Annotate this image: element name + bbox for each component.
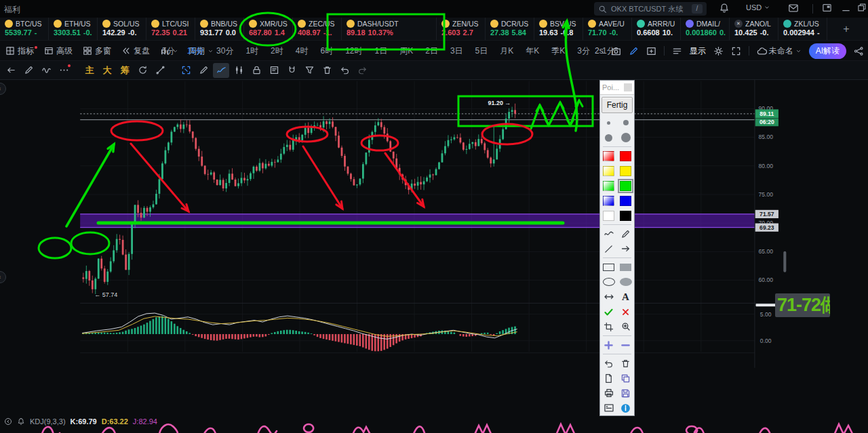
palette-color-green[interactable] — [617, 178, 634, 193]
palette-info-tool[interactable] — [617, 400, 634, 415]
ticker-item-bsv-us[interactable]: BSV/US19.63-0.8 — [534, 18, 583, 40]
share-icon[interactable] — [854, 46, 864, 56]
palette-dot-large[interactable] — [600, 130, 617, 145]
palette-copy-tool[interactable] — [617, 371, 634, 386]
refresh-interval-label[interactable]: 2s — [595, 46, 604, 56]
tool-multi-window[interactable]: 多窗 — [83, 45, 111, 57]
palette-color-white[interactable] — [600, 208, 617, 223]
timeframe-月K[interactable]: 月K — [494, 41, 519, 61]
palette-zoom-tool[interactable] — [617, 319, 634, 334]
ticker-item-ltc-usi[interactable]: LTC/USI72.350.21 — [146, 18, 195, 40]
palette-text-tool[interactable]: A — [617, 289, 634, 304]
tool-replay[interactable]: 复盘 — [121, 45, 150, 57]
add-ticker-button[interactable]: + — [827, 18, 865, 40]
timeframe-6时[interactable]: 6时 — [314, 41, 339, 61]
restore-window-icon[interactable] — [857, 3, 867, 12]
draw-pen-icon[interactable] — [20, 63, 37, 78]
cn-tool-2[interactable]: 筹 — [117, 63, 133, 78]
bell-icon[interactable] — [719, 3, 730, 14]
price-chart[interactable]: 90.0085.0080.0075.0070.0065.0060.005.000… — [0, 80, 868, 433]
ticker-item-dmail-[interactable]: DMAIL/0.0018600. — [681, 18, 730, 40]
ticker-item-zano-l[interactable]: ✕ZANO/L10.425-0. — [730, 18, 778, 40]
palette-arrow-double[interactable] — [600, 289, 617, 304]
palette-draw-pen[interactable] — [617, 226, 634, 241]
cn-tool-0[interactable]: 主 — [81, 63, 98, 78]
palette-draw-arrow[interactable] — [617, 241, 634, 256]
alert-bell-icon[interactable] — [17, 417, 25, 426]
ai-analysis-button[interactable]: AI解读 — [809, 43, 846, 59]
ticker-item-xmr-us[interactable]: XMR/US687.801.4 — [244, 18, 293, 40]
palette-dot-xlarge[interactable] — [617, 130, 634, 145]
select-tool-icon[interactable] — [178, 63, 194, 78]
palette-shape-ellipse-filled[interactable] — [617, 274, 634, 289]
indicator-collapse-icon[interactable] — [4, 417, 12, 426]
palette-titlebar[interactable]: Poi... — [600, 81, 634, 95]
back-arrow-icon[interactable] — [3, 63, 19, 78]
ticker-item-zec-us[interactable]: ZEC/US408.97-1. — [293, 18, 342, 40]
minimize-icon[interactable] — [841, 3, 851, 13]
undo-icon[interactable] — [336, 63, 353, 78]
palette-color-green-soft[interactable] — [600, 178, 617, 193]
palette-color-yellow-soft[interactable] — [600, 163, 617, 178]
trash-icon[interactable] — [319, 63, 335, 78]
palette-shape-rect-filled[interactable] — [617, 260, 634, 274]
screenshot-icon[interactable] — [611, 46, 621, 56]
candle-pattern-icon[interactable] — [231, 63, 247, 78]
palette-color-blue-soft[interactable] — [600, 193, 617, 208]
timeframe-5日[interactable]: 5日 — [469, 41, 494, 61]
refresh-icon[interactable] — [134, 63, 151, 78]
palette-shape-rect[interactable] — [600, 260, 617, 274]
timeframe-3日[interactable]: 3日 — [444, 41, 469, 61]
palette-mark-check[interactable] — [600, 304, 617, 319]
palette-color-blue[interactable] — [617, 193, 634, 208]
timeframe-2日[interactable]: 2日 — [419, 41, 444, 61]
envelope-icon[interactable] — [788, 3, 799, 14]
palette-done-button[interactable]: Fertig — [601, 97, 633, 113]
palette-print-tool[interactable] — [600, 386, 617, 400]
gear-icon[interactable] — [713, 46, 724, 56]
timeframe-1日[interactable]: 1日 — [369, 41, 394, 61]
fullscreen-icon[interactable] — [731, 46, 741, 56]
cn-tool-1[interactable]: 大 — [99, 63, 115, 78]
palette-mark-cross[interactable] — [617, 304, 634, 319]
list-settings-icon[interactable] — [672, 46, 682, 56]
trendline-tool-icon[interactable] — [152, 63, 168, 78]
timeframe-周K[interactable]: 周K — [393, 41, 419, 61]
palette-draw-squiggle[interactable] — [600, 226, 617, 241]
lock-icon[interactable] — [248, 63, 264, 78]
palette-color-yellow[interactable] — [617, 163, 634, 178]
tool-advanced[interactable]: 高级 — [44, 45, 73, 57]
ticker-item-eth-us[interactable]: ETH/US3303.51-0. — [49, 18, 98, 40]
palette-color-red[interactable] — [617, 148, 634, 163]
palette-shape-ellipse[interactable] — [600, 274, 617, 289]
palette-color-red-soft[interactable] — [600, 148, 617, 163]
palette-info-window[interactable] — [600, 400, 617, 415]
symbol-search[interactable]: OKX BTC/USDT 永续 / — [594, 2, 707, 16]
display-button[interactable]: 显示 — [690, 45, 706, 57]
palette-undo-tool[interactable] — [600, 356, 617, 371]
ticker-item-dash-usdt[interactable]: DASH/USDT89.1810.37% — [342, 18, 437, 40]
timeframe-1时[interactable]: 1时 — [239, 41, 264, 61]
timeframe-15分[interactable]: 15分 — [181, 41, 210, 61]
draw-mode-icon[interactable] — [629, 46, 639, 56]
freehand-draw-icon[interactable] — [213, 63, 229, 78]
more-tools-icon[interactable] — [56, 63, 72, 78]
tool-indicator[interactable]: 指标 — [5, 45, 34, 57]
timeframe-30分[interactable]: 30分 — [210, 41, 239, 61]
palette-delete-tool[interactable] — [617, 356, 634, 371]
redo-icon[interactable] — [354, 63, 370, 78]
ticker-item-bnb-us[interactable]: BNB/US931.770.0 — [195, 18, 244, 40]
timeframe-季K[interactable]: 季K — [545, 41, 571, 61]
pencil-tool-icon[interactable] — [195, 63, 212, 78]
palette-new-doc[interactable] — [600, 371, 617, 386]
wave-tool-icon[interactable] — [38, 63, 54, 78]
timeframe-12时[interactable]: 12时 — [339, 41, 368, 61]
filter-icon[interactable] — [301, 63, 317, 78]
timeframe-4时[interactable]: 4时 — [290, 41, 315, 61]
palette-size-decrease[interactable] — [617, 337, 634, 352]
add-pane-icon[interactable] — [646, 46, 656, 56]
ticker-item-sol-us[interactable]: SOL/US142.29-0. — [98, 18, 146, 40]
currency-dropdown[interactable]: USD — [746, 3, 770, 12]
ticker-item-arrr-u[interactable]: ARRR/U0.660810. — [632, 18, 681, 40]
ticker-item-zkl-us[interactable]: ZKL/US0.002944- — [778, 18, 827, 40]
